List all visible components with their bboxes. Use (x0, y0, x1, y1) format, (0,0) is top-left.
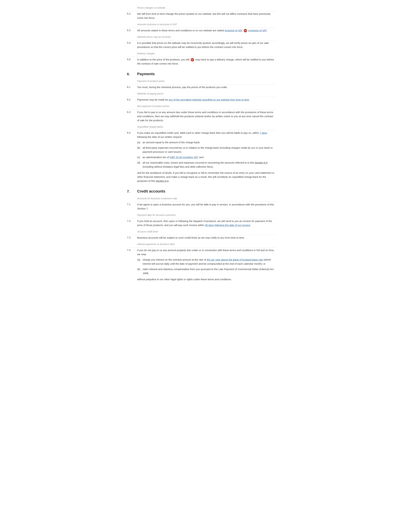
subsection-content-7-4: If you do not pay to us any amount prope… (137, 248, 276, 281)
subsection-6-3: 6.3 If you fail to pay to us any amount … (127, 109, 276, 122)
subsection-number-7-2: 7.2 (127, 219, 137, 227)
subsection-content-7-3: Business accounts will be subject to suc… (137, 236, 276, 240)
subsection-number-5-3: 5.3 (127, 28, 137, 32)
section-6-4-ref-d: Section 6.4 (255, 161, 268, 164)
subsection-content-6-3: If you fail to pay to us any amount due … (137, 110, 276, 122)
subsection-6-4: 6.4 If you make an unjustified credit ca… (127, 130, 276, 183)
7-days-link[interactable]: 7 days (260, 131, 267, 134)
section-5-subsections: Prices changes on website 5.2 We will fr… (127, 6, 276, 66)
inclusive-vat-link[interactable]: inclusive of VAT (225, 29, 242, 32)
closing-para-7-4: without prejudice to our other legal rig… (137, 277, 276, 281)
subsection-7-3: 7.3 Business accounts will be subject to… (127, 235, 276, 240)
section-6-heading: 6. Payments (127, 71, 276, 77)
section-6-number: 6. (127, 71, 137, 76)
subsection-number-7-4: 7.4 (127, 248, 137, 281)
section-7-subsections: Accounts for business customers only 7.1… (127, 197, 276, 281)
subsection-number-5-4: 5.4 (127, 41, 137, 49)
sublist-content-6-4-d: all our reasonable costs, losses and exp… (143, 161, 276, 169)
subsection-content-6-2: Payments may be made by any of the permi… (137, 98, 276, 102)
section-6-title: Payments (137, 71, 155, 77)
subsection-content-6-1: You must, during the checkout process, p… (137, 85, 276, 89)
section-7-heading: 7. Credit accounts (127, 189, 276, 194)
sublist-item-6-4-b: (b) all third party expenses incurred by… (137, 146, 276, 154)
italic-heading-prices-changes: Prices changes on website (127, 6, 276, 10)
section-7-title: Credit accounts (137, 189, 165, 194)
subsection-content-5-3: All amounts stated in these terms and co… (137, 28, 276, 32)
sublist-label-6-4-a: (a) (137, 140, 143, 145)
sublist-label-7-4-a: (a) (137, 258, 143, 266)
section-6-4-ref-closing: Section 6.4 (156, 179, 169, 182)
sublist-label-6-4-c: (c) (137, 155, 143, 159)
italic-heading-website-prices: Website prices may be incorrect (127, 35, 276, 39)
subsection-5-2: 5.2 We will from time to time change the… (127, 11, 276, 20)
permitted-methods-link[interactable]: any of the permitted methods specified o… (169, 98, 249, 101)
or-badge-5-3: or (244, 29, 247, 32)
30-days-link[interactable]: 30 days following the date of our invoic… (205, 224, 250, 227)
sublist-item-6-4-a: (a) an amount equal to the amount of the… (137, 140, 276, 145)
italic-heading-payment-product-prices: Payment of product prices (127, 79, 276, 83)
sublist-content-6-4-a: an amount equal to the amount of the cha… (143, 140, 276, 145)
sublist-content-7-4-b: claim interest and statutory compensatio… (143, 267, 276, 275)
sublist-7-4: (a) charge you interest on the overdue a… (137, 258, 276, 275)
section-7-number: 7. (127, 189, 137, 194)
subsection-7-4: 7.4 If you do not pay to us any amount p… (127, 247, 276, 281)
closing-para-6-4: and for the avoidance of doubt, if you f… (137, 171, 276, 183)
subsection-7-2: 7.2 If you hold an account, then upon or… (127, 218, 276, 227)
subsection-6-1: 6.1 You must, during the checkout proces… (127, 84, 276, 89)
subsection-number-7-3: 7.3 (127, 236, 137, 240)
subsection-content-6-4: If you make an unjustified credit card, … (137, 131, 276, 183)
italic-heading-accounts-business: Accounts for business customers only (127, 197, 276, 200)
sublist-content-6-4-b: all third party expenses incurred by us … (143, 146, 276, 154)
section-6-subsections: Payment of product prices 6.1 You must, … (127, 79, 276, 183)
sublist-content-6-4-c: an administration fee of GBP 25.00 inclu… (143, 155, 276, 159)
subsection-number-7-1: 7.1 (127, 203, 137, 211)
exclusive-vat-link[interactable]: exclusive of VAT (248, 29, 266, 32)
subsection-content-5-5: In addition to the price of the products… (137, 57, 276, 66)
subsection-7-1: 7.1 If we agree to open a business accou… (127, 202, 276, 211)
italic-heading-amounts-vat: Amounts inclusive or exclusive of VAT (127, 23, 276, 26)
subsection-number-6-3: 6.3 (127, 110, 137, 122)
subsection-number-6-4: 6.4 (127, 131, 137, 183)
subsection-5-3: 5.3 All amounts stated in these terms an… (127, 28, 276, 32)
italic-heading-delivery-charges: Delivery charges (127, 52, 276, 55)
italic-heading-non-payment: Non payment of product prices (127, 104, 276, 108)
italic-heading-payment-date: Payment date for account customers (127, 213, 276, 217)
italic-heading-unjustified-chargebacks: Unjustified charge-backs (127, 125, 276, 129)
subsection-6-2: 6.2 Payments may be made by any of the p… (127, 97, 276, 102)
subsection-content-7-1: If we agree to open a business account f… (137, 203, 276, 211)
italic-heading-methods-paying: Methods of paying prices (127, 92, 276, 95)
sublist-item-6-4-c: (c) an administration fee of GBP 25.00 i… (137, 155, 276, 159)
italic-heading-interest-payments: Interest payments on business debt (127, 242, 276, 246)
subsection-number-5-5: 5.5 (127, 57, 137, 66)
subsection-content-7-2: If you hold an account, then upon or fol… (137, 219, 276, 227)
italic-heading-credit-limits: Account credit limits (127, 230, 276, 234)
subsection-5-5: 5.5 In addition to the price of the prod… (127, 57, 276, 66)
subsection-number-6-1: 6.1 (127, 85, 137, 89)
subsection-content-5-4: It is possible that prices on the websit… (137, 41, 276, 49)
or-badge-5-5: or (191, 58, 194, 62)
gbp-fee-link[interactable]: GBP 25.00 including VAT (170, 156, 198, 159)
sublist-content-7-4-a: charge you interest on the overdue amoun… (143, 258, 276, 266)
subsection-number-6-2: 6.2 (127, 98, 137, 102)
sublist-6-4: (a) an amount equal to the amount of the… (137, 140, 276, 169)
sublist-label-7-4-b: (b) (137, 267, 143, 275)
sublist-item-7-4-a: (a) charge you interest on the overdue a… (137, 258, 276, 266)
interest-rate-link[interactable]: 8% per year above the Bank of England ba… (207, 258, 263, 261)
sublist-item-7-4-b: (b) claim interest and statutory compens… (137, 267, 276, 275)
subsection-number-5-2: 5.2 (127, 12, 137, 20)
sublist-item-6-4-d: (d) all our reasonable costs, losses and… (137, 161, 276, 169)
subsection-content-5-2: We will from time to time change the pri… (137, 12, 276, 20)
sublist-label-6-4-d: (d) (137, 161, 143, 169)
subsection-5-4: 5.4 It is possible that prices on the we… (127, 40, 276, 49)
sublist-label-6-4-b: (b) (137, 146, 143, 154)
